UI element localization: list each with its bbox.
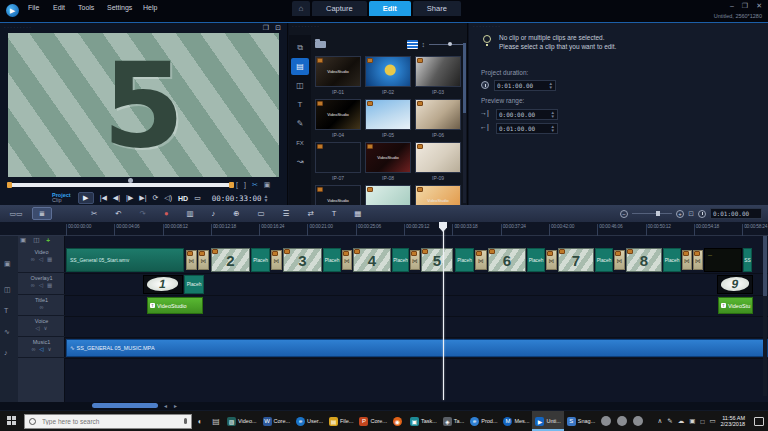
placeholder-clip[interactable]: Placeh [251,248,270,272]
close-button[interactable]: ✕ [756,2,762,10]
trim-end-handle[interactable] [229,182,234,188]
transition-clip[interactable]: ⋈ [682,250,692,270]
field-stepper[interactable]: ▲▼ [551,111,555,119]
track-header-voice[interactable]: Voice ◁∨ [18,316,65,337]
title-clip[interactable]: TVideoStudio [147,297,203,314]
enlarge-preview-icon[interactable]: ❐ [263,24,269,32]
library-item[interactable] [415,56,461,87]
library-item[interactable]: VideoStudio [315,56,361,87]
taskbar-app[interactable]: SSnag... [564,411,598,431]
expand-icon[interactable]: ∨ [44,325,48,331]
graphic-library-icon[interactable]: ✎ [291,115,309,132]
music-track-icon[interactable]: ♪ [4,349,8,356]
taskbar-app[interactable]: eProd... [467,411,500,431]
link-icon[interactable]: ∞ [40,304,44,310]
undock-preview-icon[interactable]: ⊡ [275,24,281,32]
timeline-content[interactable]: SS_General 05_Start.wmv ⋈ ⋈ 2 Placeh ⋈ 3… [65,236,768,406]
tray-keyboard-icon[interactable]: ▭ [709,417,715,425]
action-center-icon[interactable] [754,417,764,426]
menu-file[interactable]: File [28,4,39,11]
timeline-view-button[interactable]: ≣ [32,207,52,220]
scroll-right-icon[interactable]: ▸ [174,402,177,409]
split-clip-button[interactable]: ✂ [252,181,258,189]
taskbar-app[interactable]: WCore... [260,411,294,431]
expand-icon[interactable]: ∨ [48,346,52,352]
motion-path-icon[interactable]: ↝ [291,153,309,170]
preview-timecode[interactable]: 00:00:33:00 [212,194,262,203]
sort-icon[interactable]: ↕ [422,41,426,48]
volume-icon[interactable]: ◁) [164,194,172,202]
panel-handle[interactable]: ········· [473,23,502,29]
redo-icon[interactable]: ↷ [140,209,146,218]
library-item[interactable]: VideoStudio [365,142,411,173]
timeline-ruler[interactable]: 00:00:00:00 00:00:04:06 00:00:08:12 00:0… [0,222,768,236]
sound-mixer-icon[interactable]: ▥ [186,209,193,218]
taskbar-app-circle[interactable] [617,416,627,426]
field-stepper[interactable]: ▲▼ [549,82,553,90]
project-duration-field[interactable]: 0:01:00.00 ▲▼ [494,80,556,91]
mute-icon[interactable]: ◁ [39,256,43,262]
panel-handle[interactable]: ········· [292,23,321,29]
placeholder-clip[interactable]: Placeh [595,248,613,272]
aspect-ratio-icon[interactable]: ▭ [194,194,201,202]
transition-clip[interactable]: ⋈ [198,250,209,270]
taskbar-app-circle[interactable] [601,416,611,426]
record-capture-icon[interactable]: ● [164,209,169,218]
preview-screen[interactable]: 5 [8,33,279,177]
track-manager-icon[interactable]: ☰ [283,209,290,218]
media-library-icon[interactable]: ⧉ [291,39,309,56]
track-header-video[interactable]: Video ∞◁▦ [18,247,65,273]
title-track-icon[interactable]: T [4,307,8,314]
placeholder-clip[interactable]: Placeh [184,275,204,294]
voice-track-icon[interactable]: ∿ [4,328,10,336]
import-folder-icon[interactable] [315,41,326,48]
taskbar-app[interactable]: ◉ [390,411,407,431]
mute-icon[interactable]: ◁ [35,325,39,331]
restore-button[interactable]: ❐ [742,2,748,10]
scroll-left-icon[interactable]: ◂ [164,402,167,409]
mark-in-button[interactable]: [ [236,181,238,189]
video-clip[interactable]: 7 [558,248,594,272]
placeholder-clip[interactable]: Placeh [392,248,409,272]
mask-creator-icon[interactable]: ▦ [354,209,361,218]
placeholder-clip[interactable]: Placeh [663,248,681,272]
mic-icon[interactable] [184,418,187,424]
transition-clip[interactable]: ⋈ [342,250,352,270]
tray-display-icon[interactable]: □ [700,418,704,425]
scrub-bar[interactable] [8,183,233,187]
hd-preview-button[interactable]: HD [178,195,188,202]
transition-library-icon[interactable]: ◫ [291,77,309,94]
taskbar-app[interactable]: eUser... [293,411,326,431]
undo-icon[interactable]: ↶ [115,209,121,218]
link-icon[interactable]: ∞ [31,282,35,288]
library-item[interactable] [415,99,461,130]
title-clip[interactable]: TVideoStu [718,297,753,314]
instant-project-icon[interactable]: ▤ [291,58,309,75]
timeline-vscrollbar[interactable] [763,236,767,396]
transition-clip[interactable]: ⋈ [693,250,703,270]
filter-library-icon[interactable]: FX [291,134,309,151]
go-end-button[interactable]: ▶| [139,194,146,202]
library-item[interactable]: VideoStudio [315,185,361,205]
list-view-icon[interactable] [407,40,418,49]
timeline-duration-field[interactable]: 0:01:00.00 [710,208,762,219]
taskbar-app[interactable]: ▣Task... [407,411,440,431]
taskbar-search[interactable] [24,414,192,429]
taskbar-app-videostudio[interactable]: ▶Unti... [532,411,563,431]
mark-out-button[interactable]: ] [244,181,246,189]
placeholder-clip[interactable]: Placeh [455,248,474,272]
video-clip[interactable]: 5 [421,248,453,272]
search-input[interactable] [40,417,160,426]
library-scrollbar[interactable] [463,43,466,203]
playhead-line[interactable] [443,222,444,400]
project-clip-toggle[interactable]: Project Clip [52,193,71,203]
library-item[interactable] [315,142,361,173]
cortana-icon[interactable]: ◐ [192,417,208,426]
transition-clip[interactable]: ⋈ [410,250,420,270]
next-frame-button[interactable]: |▶ [126,194,133,202]
tray-chat-icon[interactable]: ▣ [689,417,695,425]
add-track-icon[interactable]: + [46,237,50,244]
track-header-title1[interactable]: Title1 ∞ [18,295,65,316]
start-button[interactable] [7,416,17,426]
zoom-slider[interactable] [632,213,672,214]
